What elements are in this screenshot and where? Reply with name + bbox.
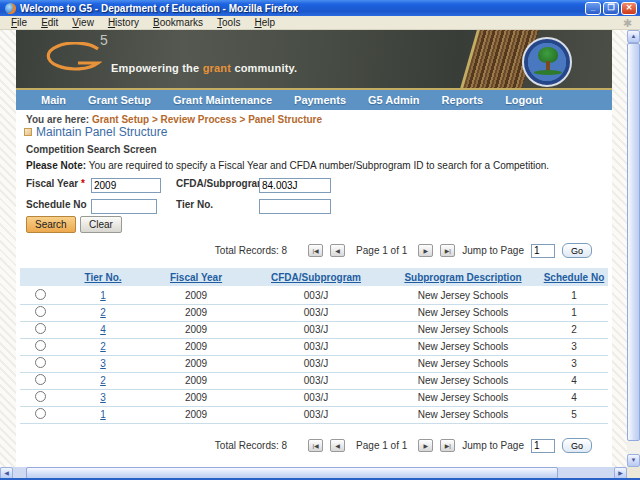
cell-fiscal-year: 2009 bbox=[146, 372, 246, 389]
cell-schedule-no: 4 bbox=[540, 372, 608, 389]
row-select-radio[interactable] bbox=[35, 391, 46, 402]
table-row: 42009003/JNew Jersey Schools2 bbox=[20, 321, 608, 338]
competition-results-table: Tier No.Fiscal YearCFDA/SubprogramSubpro… bbox=[20, 268, 608, 424]
row-select-radio[interactable] bbox=[35, 374, 46, 385]
maintain-panel-structure-page: You are here: Grant Setup > Review Proce… bbox=[16, 110, 612, 467]
page-viewport: 5 Empowering the grant community. MainGr… bbox=[0, 30, 640, 480]
tier-link[interactable]: 3 bbox=[100, 358, 106, 369]
cell-subprogram-description: New Jersey Schools bbox=[386, 287, 540, 304]
last-page-button[interactable]: ▶| bbox=[440, 244, 455, 257]
table-row: 22009003/JNew Jersey Schools3 bbox=[20, 338, 608, 355]
minimize-button[interactable]: _ bbox=[585, 2, 601, 15]
table-row: 12009003/JNew Jersey Schools5 bbox=[20, 406, 608, 423]
tier-link[interactable]: 1 bbox=[100, 290, 106, 301]
next-page-button[interactable]: ▶ bbox=[418, 439, 433, 452]
menu-item-history[interactable]: History bbox=[101, 17, 146, 28]
cell-schedule-no: 1 bbox=[540, 287, 608, 304]
main-nav: MainGrant SetupGrant MaintenancePayments… bbox=[16, 90, 612, 110]
breadcrumb-prefix: You are here: bbox=[26, 114, 89, 125]
window-titlebar: Welcome to G5 - Department of Education … bbox=[0, 0, 640, 16]
menu-bar-items: FileEditViewHistoryBookmarksToolsHelp bbox=[4, 17, 282, 28]
nav-item-grant-maintenance[interactable]: Grant Maintenance bbox=[173, 94, 272, 106]
nav-item-main[interactable]: Main bbox=[41, 94, 66, 106]
browser-window: Welcome to G5 - Department of Education … bbox=[0, 0, 640, 480]
vertical-scroll-thumb[interactable] bbox=[627, 43, 640, 441]
column-header-schedule-no[interactable]: Schedule No bbox=[540, 268, 608, 287]
cell-schedule-no: 3 bbox=[540, 355, 608, 372]
scroll-up-icon[interactable]: ▲ bbox=[627, 30, 640, 43]
section-bullet-icon bbox=[24, 128, 32, 136]
jump-to-page-input[interactable] bbox=[531, 439, 555, 453]
tier-link[interactable]: 4 bbox=[100, 324, 106, 335]
breadcrumb-path[interactable]: Grant Setup > Review Process > Panel Str… bbox=[92, 114, 322, 125]
scroll-down-icon[interactable]: ▼ bbox=[627, 454, 640, 467]
previous-page-button[interactable]: ◀ bbox=[330, 439, 345, 452]
fiscal-year-input[interactable] bbox=[91, 178, 161, 193]
cell-cfda-subprogram: 003/J bbox=[246, 389, 386, 406]
jump-to-page-input[interactable] bbox=[531, 244, 555, 258]
menu-item-bookmarks[interactable]: Bookmarks bbox=[146, 17, 210, 28]
row-select-radio[interactable] bbox=[35, 408, 46, 419]
row-select-radio[interactable] bbox=[35, 357, 46, 368]
next-page-button[interactable]: ▶ bbox=[418, 244, 433, 257]
cell-subprogram-description: New Jersey Schools bbox=[386, 389, 540, 406]
pagination-bar-bottom: Total Records: 8 |◀ ◀ Page 1 of 1 ▶ ▶| J… bbox=[215, 438, 592, 453]
nav-item-grant-setup[interactable]: Grant Setup bbox=[88, 94, 151, 106]
menu-item-tools[interactable]: Tools bbox=[210, 17, 247, 28]
nav-item-reports[interactable]: Reports bbox=[442, 94, 484, 106]
tier-link[interactable]: 3 bbox=[100, 392, 106, 403]
column-header-cfda-subprogram[interactable]: CFDA/Subprogram bbox=[246, 268, 386, 287]
cell-schedule-no: 2 bbox=[540, 321, 608, 338]
go-button[interactable]: Go bbox=[562, 243, 592, 258]
section-title: Maintain Panel Structure bbox=[36, 125, 167, 139]
window-title: Welcome to G5 - Department of Education … bbox=[20, 3, 585, 14]
table-row: 12009003/JNew Jersey Schools1 bbox=[20, 287, 608, 304]
cell-cfda-subprogram: 003/J bbox=[246, 406, 386, 423]
row-select-radio[interactable] bbox=[35, 306, 46, 317]
row-select-radio[interactable] bbox=[35, 340, 46, 351]
column-header-subprogram-description[interactable]: Subprogram Description bbox=[386, 268, 540, 287]
cell-fiscal-year: 2009 bbox=[146, 355, 246, 372]
tier-link[interactable]: 2 bbox=[100, 341, 106, 352]
column-header-fiscal-year[interactable]: Fiscal Year bbox=[146, 268, 246, 287]
cell-cfda-subprogram: 003/J bbox=[246, 355, 386, 372]
menu-item-view[interactable]: View bbox=[65, 17, 101, 28]
total-records: Total Records: 8 bbox=[215, 440, 287, 451]
page-indicator: Page 1 of 1 bbox=[356, 440, 407, 451]
row-select-radio[interactable] bbox=[35, 289, 46, 300]
g5-logo-icon bbox=[44, 42, 102, 74]
maximize-button[interactable]: ❐ bbox=[603, 2, 619, 15]
go-button[interactable]: Go bbox=[562, 438, 592, 453]
row-select-radio[interactable] bbox=[35, 323, 46, 334]
tier-no-input[interactable] bbox=[259, 199, 331, 214]
nav-item-g5-admin[interactable]: G5 Admin bbox=[368, 94, 420, 106]
search-button[interactable]: Search bbox=[26, 216, 76, 233]
cell-fiscal-year: 2009 bbox=[146, 338, 246, 355]
tier-link[interactable]: 1 bbox=[100, 409, 106, 420]
clear-button[interactable]: Clear bbox=[80, 216, 122, 233]
close-button[interactable]: ✕ bbox=[621, 2, 637, 15]
cell-subprogram-description: New Jersey Schools bbox=[386, 304, 540, 321]
vertical-scrollbar[interactable]: ▲ ▼ bbox=[627, 30, 640, 467]
column-header-tier-no-[interactable]: Tier No. bbox=[60, 268, 146, 287]
cell-subprogram-description: New Jersey Schools bbox=[386, 355, 540, 372]
page-indicator: Page 1 of 1 bbox=[356, 245, 407, 256]
g5-banner: 5 Empowering the grant community. bbox=[16, 30, 612, 88]
cfda-subprogram-input[interactable] bbox=[259, 178, 331, 193]
menu-item-help[interactable]: Help bbox=[247, 17, 282, 28]
nav-item-logout[interactable]: Logout bbox=[505, 94, 542, 106]
first-page-button[interactable]: |◀ bbox=[308, 439, 323, 452]
tier-link[interactable]: 2 bbox=[100, 375, 106, 386]
schedule-no-input[interactable] bbox=[91, 199, 157, 214]
tier-link[interactable]: 2 bbox=[100, 307, 106, 318]
nav-item-payments[interactable]: Payments bbox=[294, 94, 346, 106]
cell-cfda-subprogram: 003/J bbox=[246, 321, 386, 338]
menu-item-file[interactable]: File bbox=[4, 17, 34, 28]
previous-page-button[interactable]: ◀ bbox=[330, 244, 345, 257]
menu-item-edit[interactable]: Edit bbox=[34, 17, 65, 28]
last-page-button[interactable]: ▶| bbox=[440, 439, 455, 452]
cell-fiscal-year: 2009 bbox=[146, 304, 246, 321]
first-page-button[interactable]: |◀ bbox=[308, 244, 323, 257]
banner-tagline: Empowering the grant community. bbox=[111, 62, 297, 74]
cell-fiscal-year: 2009 bbox=[146, 287, 246, 304]
